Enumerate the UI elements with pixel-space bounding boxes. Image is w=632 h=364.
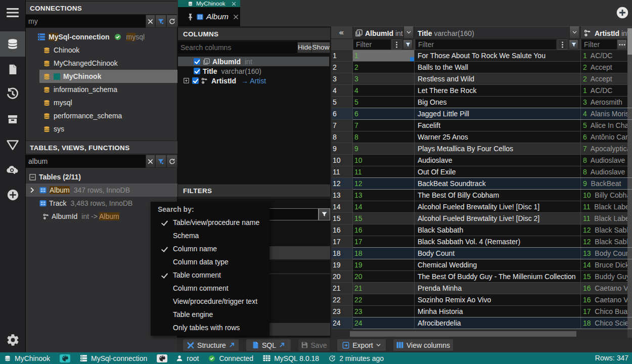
- svg-text:1: 1: [206, 59, 208, 64]
- svg-text:1: 1: [358, 30, 361, 35]
